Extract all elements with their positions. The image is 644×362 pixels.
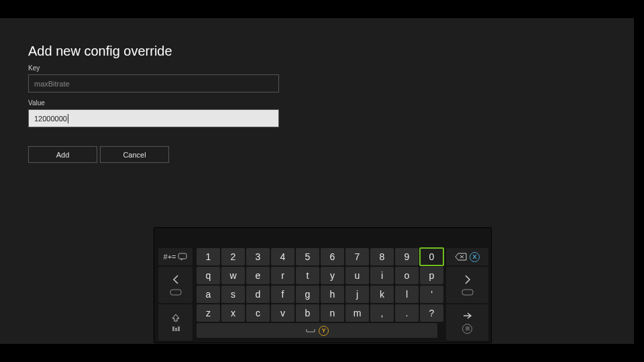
key-y[interactable]: y bbox=[321, 267, 344, 284]
key-field[interactable]: maxBitrate bbox=[28, 74, 279, 93]
key-d[interactable]: d bbox=[246, 286, 270, 303]
key-b[interactable]: b bbox=[296, 304, 319, 322]
space-key[interactable]: Y bbox=[197, 323, 437, 338]
value-field[interactable]: 12000000 bbox=[28, 109, 279, 127]
arrow-up-icon bbox=[171, 313, 180, 322]
key-g[interactable]: g bbox=[296, 286, 319, 303]
key-t[interactable]: t bbox=[296, 267, 319, 284]
left-nav-key[interactable] bbox=[158, 267, 193, 303]
key-w[interactable]: w bbox=[221, 267, 245, 284]
key-label: Key bbox=[28, 64, 634, 72]
backspace-key[interactable]: X bbox=[446, 248, 488, 265]
chevron-right-icon bbox=[464, 274, 472, 285]
key-p[interactable]: p bbox=[420, 267, 443, 284]
lb-icon bbox=[170, 289, 182, 296]
caps-icon bbox=[170, 326, 182, 332]
key-c[interactable]: c bbox=[246, 304, 270, 322]
key-2[interactable]: 2 bbox=[221, 248, 245, 265]
key-v[interactable]: v bbox=[271, 304, 294, 322]
key-0[interactable]: 0 bbox=[419, 247, 444, 266]
key-f[interactable]: f bbox=[271, 286, 294, 303]
key-o[interactable]: o bbox=[395, 267, 419, 284]
chat-icon bbox=[178, 253, 187, 261]
add-button[interactable]: Add bbox=[28, 146, 97, 163]
key-3[interactable]: 3 bbox=[246, 248, 270, 265]
backspace-icon bbox=[455, 253, 467, 261]
chevron-left-icon bbox=[172, 274, 180, 285]
key-a[interactable]: a bbox=[197, 286, 220, 303]
key-8[interactable]: 8 bbox=[370, 248, 394, 265]
key-6[interactable]: 6 bbox=[321, 248, 344, 265]
key-u[interactable]: u bbox=[345, 267, 369, 284]
key-j[interactable]: j bbox=[345, 286, 369, 303]
menu-hint-icon bbox=[462, 324, 472, 334]
right-nav-key[interactable] bbox=[446, 267, 488, 303]
key-5[interactable]: 5 bbox=[296, 248, 319, 265]
key-i[interactable]: i bbox=[370, 267, 394, 284]
key-9[interactable]: 9 bbox=[395, 248, 419, 265]
text-caret bbox=[68, 114, 68, 123]
onscreen-keyboard: #+= 1234567890 X qwertyuiop asdfghjkl' z… bbox=[154, 227, 492, 343]
key-q[interactable]: q bbox=[197, 267, 220, 284]
shift-key[interactable] bbox=[158, 304, 193, 341]
key-'[interactable]: ' bbox=[420, 286, 443, 303]
rb-icon bbox=[462, 289, 474, 296]
key-placeholder: maxBitrate bbox=[34, 80, 70, 88]
svg-rect-2 bbox=[462, 290, 473, 295]
y-hint-icon: Y bbox=[319, 326, 329, 336]
key-?[interactable]: ? bbox=[420, 304, 443, 322]
svg-rect-3 bbox=[172, 326, 174, 331]
value-label: Value bbox=[28, 99, 634, 107]
svg-rect-0 bbox=[178, 253, 186, 259]
key-4[interactable]: 4 bbox=[271, 248, 294, 265]
key-k[interactable]: k bbox=[370, 286, 394, 303]
key-n[interactable]: n bbox=[321, 304, 344, 322]
x-hint-icon: X bbox=[470, 252, 480, 262]
arrow-right-icon bbox=[462, 312, 473, 320]
key-,[interactable]: , bbox=[370, 304, 394, 322]
key-z[interactable]: z bbox=[197, 304, 220, 322]
cancel-button[interactable]: Cancel bbox=[100, 146, 169, 163]
key-.[interactable]: . bbox=[395, 304, 419, 322]
key-e[interactable]: e bbox=[246, 267, 270, 284]
page-title: Add new config override bbox=[28, 44, 634, 59]
key-r[interactable]: r bbox=[271, 267, 294, 284]
key-s[interactable]: s bbox=[221, 286, 245, 303]
svg-rect-4 bbox=[175, 328, 177, 331]
enter-key[interactable] bbox=[446, 304, 488, 341]
svg-rect-5 bbox=[178, 326, 180, 331]
key-7[interactable]: 7 bbox=[345, 248, 369, 265]
key-l[interactable]: l bbox=[395, 286, 419, 303]
symbols-key[interactable]: #+= bbox=[158, 248, 193, 265]
key-m[interactable]: m bbox=[345, 304, 369, 322]
key-x[interactable]: x bbox=[221, 304, 245, 322]
space-icon bbox=[305, 328, 316, 333]
key-1[interactable]: 1 bbox=[197, 248, 220, 265]
value-text: 12000000 bbox=[34, 115, 67, 123]
key-h[interactable]: h bbox=[321, 286, 344, 303]
svg-rect-1 bbox=[170, 290, 181, 295]
